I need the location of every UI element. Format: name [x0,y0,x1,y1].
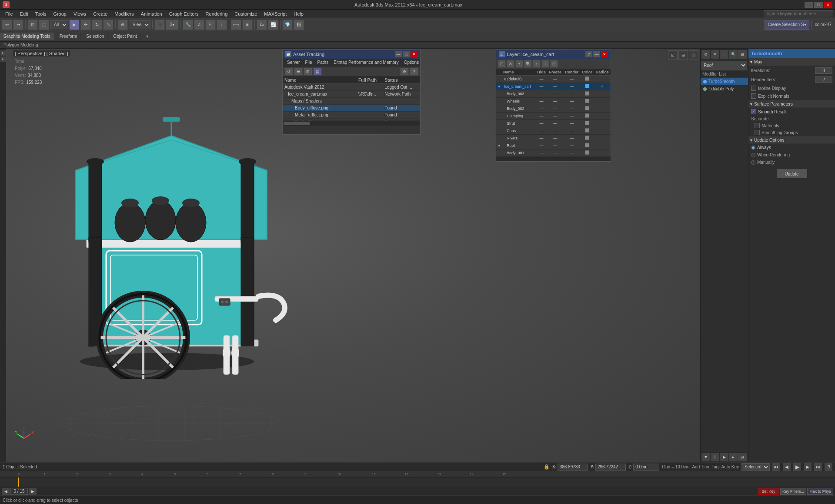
key-mode-dropdown[interactable]: Selected [741,463,770,471]
layer-help-btn[interactable]: ? [585,51,592,57]
asset-panel-titlebar[interactable]: 📁 Asset Tracking — □ ✕ [283,50,420,59]
asset-panel-minimize[interactable]: — [395,51,402,57]
set-key-btn[interactable]: Set Key [758,488,779,495]
layer-hide-3[interactable]: — [536,98,548,105]
play-btn[interactable]: ▶ [793,463,801,471]
menu-item-help[interactable]: Help [290,10,307,17]
layer-row-2[interactable]: Body_003 — — — [496,90,611,98]
search-input[interactable] [764,10,833,17]
lock-icon[interactable]: 🔒 [544,464,550,470]
render-iters-input[interactable] [815,76,832,83]
materials-checkbox[interactable] [755,123,760,128]
asset-row-2[interactable]: Maps / Shaders [283,98,420,105]
maximize-btn[interactable]: □ [814,2,823,8]
layer-name-10[interactable]: Body_001 [502,149,536,157]
create-selection-btn[interactable]: Create Selection S▾ [765,20,809,30]
asset-panel-close[interactable]: ✕ [411,51,418,57]
layer-row-7[interactable]: Caps ——— [496,127,611,135]
layer-radios-1[interactable]: ✓ [594,83,611,90]
tb-ref-coord[interactable]: ⊕ [117,20,128,30]
layer-tb-4[interactable]: 🔍 [524,60,532,68]
layer-radios-3[interactable] [594,98,611,105]
next-frame-btn[interactable]: ▶ [804,463,812,471]
tb-select-rotate[interactable]: ↻ [92,20,102,30]
close-btn[interactable]: ✕ [824,2,832,8]
smoothing-groups-checkbox[interactable] [755,130,760,135]
layer-name-8[interactable]: Rivets [502,135,536,142]
layer-tb-3[interactable]: + [515,60,523,68]
layer-name-0[interactable]: 0 (default) [502,76,536,83]
select-filter-dropdown[interactable]: All [50,20,68,29]
mod-btn-5[interactable]: ⊞ [738,453,747,461]
asset-menu-file[interactable]: File [302,60,314,65]
prev-frame-btn[interactable]: ◀ [783,463,791,471]
layer-freeze-3[interactable]: — [547,98,563,105]
layer-row-8[interactable]: Rivets ——— [496,135,611,142]
layer-tb-7[interactable]: ⊞ [550,60,558,68]
tb-render-prod[interactable]: 3▾ [166,20,179,30]
tb-mirror[interactable]: ⟺ [231,20,241,30]
tb-redo[interactable]: ↪ [13,20,23,30]
mod-btn-4[interactable]: ▸ [729,453,738,461]
layer-row-10[interactable]: Body_001 ——— [496,149,611,157]
tb-select-region[interactable]: ⬚ [39,20,49,30]
layer-freeze-2[interactable]: — [547,90,563,98]
time-config-btn[interactable]: ⏱ [825,463,832,471]
layer-vscrollbar[interactable] [496,157,611,161]
layer-name-7[interactable]: Caps [502,127,536,135]
manually-radio[interactable] [751,160,755,165]
asset-menu-paths[interactable]: Paths [315,60,331,65]
layer-radios-2[interactable] [594,90,611,98]
time-input[interactable] [10,488,28,495]
rt-icon-1[interactable]: ⚙ [701,50,710,59]
menu-item-create[interactable]: Create [90,10,111,17]
layer-tb-1[interactable]: ⊡ [498,60,506,68]
layer-color-3[interactable] [581,98,594,105]
menu-item-file[interactable]: File [2,10,17,17]
asset-row-3[interactable]: Body_diffuse.png Found [283,105,420,112]
timeline-track[interactable] [0,477,835,487]
key-filters-btn[interactable]: Key Filters... [780,488,806,495]
graphite-tools-btn[interactable]: Graphite Modeling Tools [0,33,54,40]
layer-name-9[interactable]: Roof [502,142,536,149]
modifier-editable-poly[interactable]: Editable Poly [701,85,748,93]
layer-tb-5[interactable]: ↑ [533,60,541,68]
layer-name-1[interactable]: Ice_cream_cart [502,83,536,90]
asset-tb-4[interactable]: ▤ [313,68,322,76]
asset-panel-maximize[interactable]: □ [403,51,410,57]
layer-hide-2[interactable]: — [536,90,548,98]
layer-color-0[interactable] [581,76,594,83]
explicit-normals-checkbox[interactable] [751,93,756,99]
layer-tb-6[interactable]: ↓ [541,60,549,68]
asset-row-1[interactable]: Ice_cream_cart.max \\R0\d\r... Network P… [283,91,420,98]
layer-tb-2[interactable]: ✕ [507,60,514,68]
minimize-btn[interactable]: — [805,2,813,8]
asset-menu-server[interactable]: Server [284,60,302,65]
tb-angle-snap[interactable]: ∠ [194,20,204,30]
menu-item-group[interactable]: Group [50,10,70,17]
tb-render[interactable]: 🎥 [154,20,165,30]
layer-render-3[interactable]: — [563,98,581,105]
modifier-turbosmooth[interactable]: TurboSmooth [701,78,748,85]
ref-coord-dropdown[interactable]: View [129,20,150,29]
tb-select-obj[interactable]: ⊡ [27,20,38,30]
layer-hide-0[interactable]: — [536,76,548,83]
menu-item-animation[interactable]: Animation [137,10,166,17]
next-key-btn[interactable]: ⏭ [814,463,822,471]
always-radio[interactable] [751,146,755,150]
layer-row-6[interactable]: Strut ——— [496,120,611,127]
tb-spinner-snap[interactable]: ↕ [217,20,227,30]
asset-menu-bitmap[interactable]: Bitmap Performance and Memory [331,60,401,65]
mod-btn-2[interactable]: | [711,453,719,461]
isoline-checkbox[interactable] [751,86,756,91]
layer-row-9[interactable]: ● Roof ——— [496,142,611,149]
coord-z-input[interactable] [633,464,659,471]
vp-render-preview[interactable]: 🎥 [689,50,698,60]
layer-hide-1[interactable]: — [536,83,548,90]
vp-maximize[interactable]: ⊡ [668,50,678,60]
tb-material-editor[interactable]: 💎 [282,20,293,30]
smooth-result-checkbox[interactable]: ✓ [751,109,756,114]
layer-row-4[interactable]: Body_002 ——— [496,105,611,113]
phys-btn[interactable]: Max to Phys [807,488,833,495]
layer-name-6[interactable]: Strut [502,120,536,127]
